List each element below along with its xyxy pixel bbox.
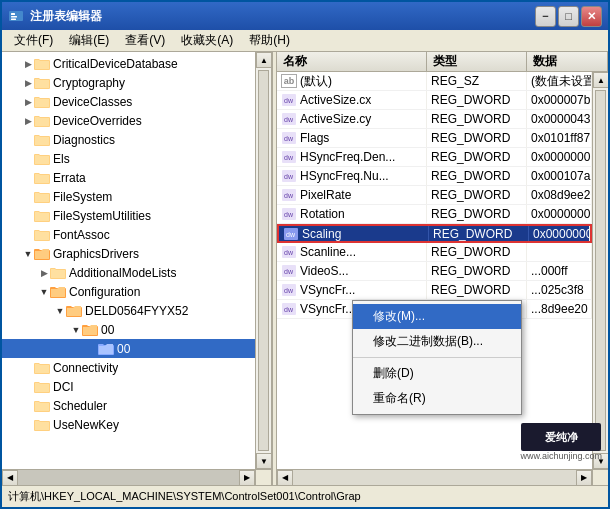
cell-type: REG_DWORD [427, 243, 527, 261]
cell-type: REG_DWORD [427, 110, 527, 128]
scroll-thumb[interactable] [258, 70, 269, 451]
tree-inner: ▶ CriticalDeviceDatabase ▶ Cryptography [2, 52, 255, 469]
table-row[interactable]: dw ActiveSize.cy REG_DWORD 0x00000438 [277, 110, 592, 129]
cell-data: 0x00000000 [529, 226, 590, 241]
table-row[interactable]: dw VideoS... REG_DWORD ...000ff [277, 262, 592, 281]
tree-item-criticaldevice[interactable]: ▶ CriticalDeviceDatabase [2, 54, 255, 73]
tree-item-filesystem[interactable]: FileSystem [2, 187, 255, 206]
cell-data: (数值未设置 [527, 72, 592, 90]
context-menu: 修改(M)... 修改二进制数据(B)... 删除(D) 重命名(R) [352, 300, 522, 415]
tree-item-deviceoverrides[interactable]: ▶ DeviceOverrides [2, 111, 255, 130]
table-row[interactable]: dw HSyncFreq.Den... REG_DWORD 0x00000000 [277, 148, 592, 167]
cell-data: 0x0101ff87 [527, 129, 592, 147]
tree-item-fontassoc[interactable]: FontAssoc [2, 225, 255, 244]
cell-name: dw VideoS... [277, 262, 427, 280]
tree-item-deviceclasses[interactable]: ▶ DeviceClasses [2, 92, 255, 111]
table-scrollbar[interactable]: ▲ ▼ [592, 72, 608, 469]
context-menu-item-delete[interactable]: 删除(D) [353, 361, 521, 386]
cell-data: 0x00000000 [527, 148, 592, 166]
table-row-rotation[interactable]: dw Rotation REG_DWORD 0x00000000 [277, 205, 592, 224]
table-row[interactable]: dw VSyncFr... REG_DWORD ...025c3f8 [277, 281, 592, 300]
expand-icon: ▶ [22, 56, 34, 72]
tree-item-errata[interactable]: Errata [2, 168, 255, 187]
expand-icon: ▶ [22, 94, 34, 110]
cell-type: REG_DWORD [427, 281, 527, 299]
close-button[interactable]: ✕ [581, 6, 602, 27]
tree-item-00-level4[interactable]: ▼ 00 [2, 320, 255, 339]
tree-item-diagnostics[interactable]: Diagnostics [2, 130, 255, 149]
cell-name: dw HSyncFreq.Nu... [277, 167, 427, 185]
tree-item-els[interactable]: Els [2, 149, 255, 168]
tree-item-additionalmodelists[interactable]: ▶ AdditionalModeLists [2, 263, 255, 282]
tree-item-00-selected[interactable]: 00 [2, 339, 255, 358]
cell-type: REG_SZ [427, 72, 527, 90]
context-menu-item-rename[interactable]: 重命名(R) [353, 386, 521, 411]
dword-icon: dw [281, 207, 297, 221]
scroll-left-btn[interactable]: ◀ [277, 470, 293, 486]
expand-icon [22, 208, 34, 224]
scroll-left-btn[interactable]: ◀ [2, 470, 18, 486]
menu-edit[interactable]: 编辑(E) [61, 30, 117, 51]
context-menu-item-modify-binary[interactable]: 修改二进制数据(B)... [353, 329, 521, 354]
folder-icon [34, 133, 50, 147]
tree-scrollbar[interactable]: ▲ ▼ [255, 52, 271, 469]
dword-icon: dw [281, 93, 297, 107]
tree-item-graphicsdrivers[interactable]: ▼ GraphicsDrivers [2, 244, 255, 263]
cell-data: ...025c3f8 [527, 281, 592, 299]
expand-icon [22, 227, 34, 243]
expand-icon: ▶ [22, 113, 34, 129]
scroll-up-btn[interactable]: ▲ [593, 72, 608, 88]
expand-icon: ▼ [38, 284, 50, 300]
cell-name: dw Rotation [277, 205, 427, 223]
dword-icon: dw [283, 227, 299, 241]
dword-icon: dw [281, 264, 297, 278]
expand-icon: ▶ [38, 265, 50, 281]
cell-name: dw ActiveSize.cy [277, 110, 427, 128]
table-horiz-scroll[interactable]: ◀ ▶ [277, 469, 608, 485]
tree-horiz-scroll[interactable]: ◀ ▶ [2, 469, 271, 485]
scroll-right-btn[interactable]: ▶ [239, 470, 255, 486]
table-row[interactable]: dw Scanline... REG_DWORD [277, 243, 592, 262]
cell-data: 0x000007b0 [527, 91, 592, 109]
tree-label: FileSystemUtilities [53, 209, 151, 223]
folder-icon [34, 399, 50, 413]
tree-item-configuration[interactable]: ▼ Configuration [2, 282, 255, 301]
horiz-scroll-track[interactable] [18, 470, 239, 486]
tree-item-dci[interactable]: DCI [2, 377, 255, 396]
cell-data [527, 243, 592, 261]
scroll-thumb[interactable] [595, 90, 606, 451]
menu-view[interactable]: 查看(V) [117, 30, 173, 51]
table-row-scaling[interactable]: dw Scaling REG_DWORD 0x00000000 [277, 224, 592, 243]
tree-item-connectivity[interactable]: Connectivity [2, 358, 255, 377]
minimize-button[interactable]: − [535, 6, 556, 27]
cell-name: dw Flags [277, 129, 427, 147]
scroll-right-btn[interactable]: ▶ [576, 470, 592, 486]
horiz-scroll-track[interactable] [293, 470, 576, 486]
tree-label: FileSystem [53, 190, 112, 204]
scroll-down-btn[interactable]: ▼ [256, 453, 271, 469]
tree-item-cryptography[interactable]: ▶ Cryptography [2, 73, 255, 92]
tree-panel: ▶ CriticalDeviceDatabase ▶ Cryptography [2, 52, 272, 485]
svg-rect-1 [11, 13, 15, 15]
tree-item-usenewkey[interactable]: UseNewKey [2, 415, 255, 434]
expand-icon [22, 151, 34, 167]
context-menu-item-modify[interactable]: 修改(M)... [353, 304, 521, 329]
folder-icon [34, 418, 50, 432]
menu-help[interactable]: 帮助(H) [241, 30, 298, 51]
table-row[interactable]: dw HSyncFreq.Nu... REG_DWORD 0x000107ac [277, 167, 592, 186]
maximize-button[interactable]: □ [558, 6, 579, 27]
table-row[interactable]: dw PixelRate REG_DWORD 0x08d9ee20 [277, 186, 592, 205]
tree-label: DeviceClasses [53, 95, 132, 109]
menu-file[interactable]: 文件(F) [6, 30, 61, 51]
tree-label: DeviceOverrides [53, 114, 142, 128]
tree-item-scheduler[interactable]: Scheduler [2, 396, 255, 415]
scroll-up-btn[interactable]: ▲ [256, 52, 271, 68]
table-row[interactable]: dw Flags REG_DWORD 0x0101ff87 [277, 129, 592, 148]
menu-favorites[interactable]: 收藏夹(A) [173, 30, 241, 51]
table-row[interactable]: dw ActiveSize.cx REG_DWORD 0x000007b0 [277, 91, 592, 110]
watermark-url: www.aichunjing.com [520, 451, 602, 461]
folder-icon [34, 209, 50, 223]
tree-item-deld0564[interactable]: ▼ DELD0564FYYX52 [2, 301, 255, 320]
table-row[interactable]: ab (默认) REG_SZ (数值未设置 [277, 72, 592, 91]
tree-item-filesystemutil[interactable]: FileSystemUtilities [2, 206, 255, 225]
